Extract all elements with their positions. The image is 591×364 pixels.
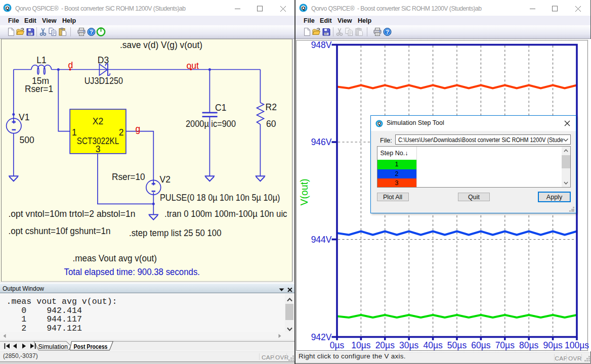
svg-text:Q: Q — [6, 5, 10, 10]
svg-text:C1: C1 — [215, 103, 226, 113]
svg-text:30µs: 30µs — [399, 340, 419, 350]
svg-text:R2: R2 — [266, 102, 277, 112]
svg-text:Simulation: Simulation — [38, 343, 68, 350]
svg-text:20µs: 20µs — [375, 340, 395, 350]
svg-text:V1: V1 — [19, 112, 29, 122]
svg-text:out: out — [187, 61, 199, 71]
svg-text:?: ? — [90, 29, 93, 35]
svg-text:Rser=10: Rser=10 — [112, 172, 145, 182]
svg-text:Q: Q — [377, 121, 381, 126]
svg-text:.tran 0 100m 100m-100µ 10n uic: .tran 0 100m 100m-100µ 10n uic — [164, 209, 287, 219]
svg-text:.opt cshunt=10f gshunt=1n: .opt cshunt=10f gshunt=1n — [9, 226, 111, 236]
svg-text:946V: 946V — [311, 137, 332, 147]
svg-text:?: ? — [386, 29, 389, 35]
svg-text:90µs: 90µs — [543, 340, 563, 350]
svg-text:.save v(d) V(g) v(out): .save v(d) V(g) v(out) — [120, 40, 202, 50]
svg-text:L1: L1 — [36, 55, 46, 65]
svg-text:60µs: 60µs — [471, 340, 491, 350]
svg-text:0µs: 0µs — [330, 340, 345, 350]
svg-text:40µs: 40µs — [423, 340, 443, 350]
svg-text:D3: D3 — [98, 55, 109, 65]
svg-text:Q: Q — [302, 5, 306, 10]
svg-text:2000µ ic=900: 2000µ ic=900 — [186, 119, 236, 129]
svg-text:C:\Users\User\Downloads\Boost: C:\Users\User\Downloads\Boost converter … — [398, 136, 563, 143]
svg-text:Rser=1: Rser=1 — [25, 84, 53, 94]
svg-text:.step temp list 25 50 100: .step temp list 25 50 100 — [129, 228, 222, 238]
svg-text:X2: X2 — [93, 116, 103, 126]
svg-text:1: 1 — [72, 127, 77, 138]
svg-text:948V: 948V — [311, 40, 332, 50]
svg-text:.opt vntol=10m trtol=2 abstol=: .opt vntol=10m trtol=2 abstol=1n — [9, 209, 136, 219]
svg-text:V2: V2 — [160, 174, 171, 185]
svg-text:2: 2 — [119, 127, 124, 138]
svg-text:500: 500 — [20, 135, 34, 145]
svg-text:942V: 942V — [311, 332, 332, 342]
svg-text:UJ3D1250: UJ3D1250 — [85, 76, 123, 86]
svg-text:g: g — [136, 124, 141, 134]
svg-text:80µs: 80µs — [519, 340, 539, 350]
svg-text:944V: 944V — [311, 235, 332, 245]
svg-text:Total elapsed time: 900.38 sec: Total elapsed time: 900.38 seconds. — [64, 267, 200, 277]
svg-text:3: 3 — [96, 144, 101, 154]
svg-text:100µs: 100µs — [565, 340, 589, 350]
svg-text:60: 60 — [266, 119, 276, 129]
svg-text:PULSE(0 18 0µ 10n 10n 5µ 10µ): PULSE(0 18 0µ 10n 10n 5µ 10µ) — [160, 193, 280, 203]
svg-text:V(out): V(out) — [299, 178, 310, 205]
svg-text:d: d — [68, 60, 73, 70]
svg-text:50µs: 50µs — [447, 340, 467, 350]
svg-text:10µs: 10µs — [351, 340, 371, 350]
svg-text:Post Process: Post Process — [74, 343, 108, 350]
svg-text:.meas Vout avg v(out): .meas Vout avg v(out) — [73, 253, 157, 263]
svg-text:70µs: 70µs — [495, 340, 515, 350]
